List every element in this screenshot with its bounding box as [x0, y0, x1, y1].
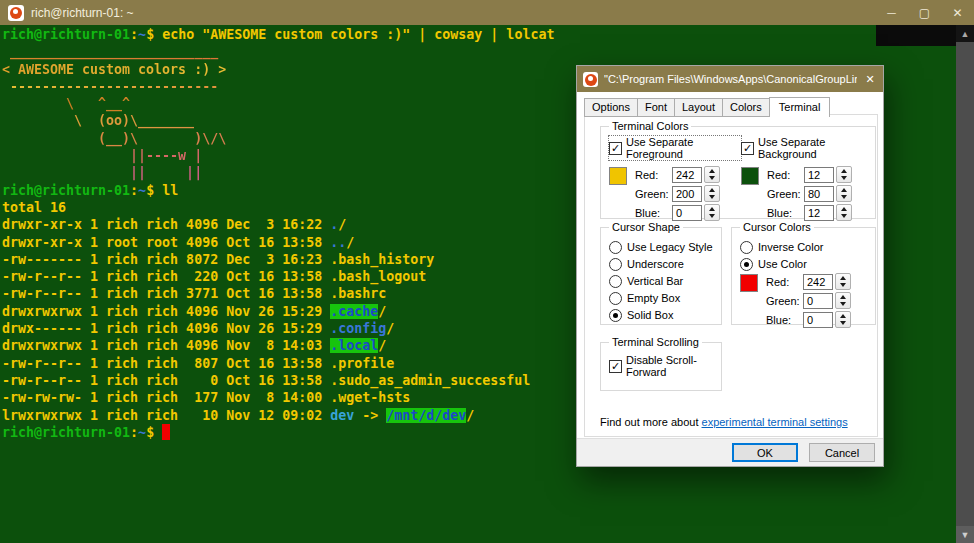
terminal-line: rich@richturn-01:~$ echo "AWESOME custom… [2, 26, 956, 43]
rgb-label: Red: [766, 276, 803, 288]
minimize-button[interactable]: ─ [875, 0, 908, 25]
blue-value-input[interactable]: 0 [672, 205, 702, 221]
tab-terminal[interactable]: Terminal [769, 97, 831, 117]
spinner-control[interactable] [835, 311, 851, 328]
spinner-control[interactable] [704, 166, 720, 183]
spin-down-icon[interactable] [840, 283, 846, 287]
terminal-tab-page: Terminal Colors ✓ Use Separate Foregroun… [584, 114, 878, 437]
terminal-text: : [130, 183, 138, 198]
note-text: Find out more about [600, 416, 702, 428]
spin-down-icon[interactable] [841, 195, 847, 199]
radio-empty-box[interactable]: Empty Box [609, 290, 717, 306]
radio-vertical-bar[interactable]: Vertical Bar [609, 273, 717, 289]
spinner-control[interactable] [836, 204, 852, 221]
green-value-input[interactable]: 200 [672, 186, 702, 202]
spin-down-icon[interactable] [709, 176, 715, 180]
dialog-tabs: OptionsFontLayoutColorsTerminal [584, 97, 829, 117]
checkbox-icon[interactable]: ✓ [609, 360, 622, 373]
radio-solid-box[interactable]: Solid Box [609, 307, 717, 323]
terminal-text: drwxrwxrwx 1 rich rich 4096 Nov 26 15:29 [2, 304, 330, 319]
spin-up-icon[interactable] [841, 188, 847, 192]
radio-label: Inverse Color [758, 241, 823, 253]
radio-button-icon[interactable] [609, 292, 622, 305]
terminal-scrollbar[interactable]: ▲ ▼ [956, 25, 974, 543]
radio-button-icon[interactable] [609, 258, 622, 271]
group-label: Terminal Scrolling [609, 336, 702, 348]
checkbox-icon[interactable]: ✓ [609, 142, 622, 155]
radio-button-icon[interactable] [609, 309, 622, 322]
radio-button-icon[interactable] [740, 258, 753, 271]
tab-font[interactable]: Font [637, 98, 675, 117]
use-separate-foreground-checkbox[interactable]: ✓ Use Separate Foreground [609, 136, 741, 160]
rgb-row-blue: Blue:12 [767, 205, 852, 220]
rgb-row-green: Green:0 [766, 293, 851, 308]
checkbox-icon[interactable]: ✓ [741, 142, 754, 155]
terminal-text: ~ [138, 27, 146, 42]
dialog-titlebar: "C:\Program Files\WindowsApps\CanonicalG… [577, 66, 883, 92]
spin-down-icon[interactable] [840, 302, 846, 306]
terminal-text: -rw-r--r-- 1 rich rich 3771 Oct 16 13:58… [2, 286, 386, 301]
cancel-button[interactable]: Cancel [809, 443, 875, 462]
radio-underscore[interactable]: Underscore [609, 256, 717, 272]
maximize-button[interactable]: ▢ [908, 0, 941, 25]
window-controls: ─ ▢ ✕ [875, 0, 974, 25]
disable-scroll-forward-checkbox[interactable]: ✓ Disable Scroll-Forward [609, 354, 717, 378]
tab-layout[interactable]: Layout [674, 98, 723, 117]
background-color-swatch [741, 167, 759, 185]
rgb-label: Blue: [767, 207, 804, 219]
spin-up-icon[interactable] [709, 169, 715, 173]
terminal-text: -rw-r--r-- 1 rich rich 220 Oct 16 13:58 … [2, 269, 426, 284]
radio-use-color[interactable]: Use Color [740, 256, 871, 272]
dialog-close-icon[interactable]: ✕ [857, 66, 883, 92]
ubuntu-app-icon [8, 5, 24, 21]
cursor-color-options: Inverse ColorUse Color [740, 239, 871, 273]
scroll-down-icon[interactable]: ▼ [956, 526, 974, 543]
terminal-text: drwxr-xr-x 1 rich rich 4096 Dec 3 16:22 [2, 217, 330, 232]
terminal-text: / [378, 304, 386, 319]
red-value-input[interactable]: 242 [803, 274, 833, 290]
spinner-control[interactable] [836, 185, 852, 202]
scroll-up-icon[interactable]: ▲ [956, 25, 974, 42]
spinner-control[interactable] [835, 273, 851, 290]
close-button[interactable]: ✕ [941, 0, 974, 25]
radio-inverse-color[interactable]: Inverse Color [740, 239, 871, 255]
experimental-settings-link[interactable]: experimental terminal settings [702, 416, 848, 428]
ok-button[interactable]: OK [732, 443, 798, 462]
spinner-control[interactable] [704, 185, 720, 202]
spinner-control[interactable] [835, 292, 851, 309]
spin-down-icon[interactable] [840, 321, 846, 325]
blue-value-input[interactable]: 0 [803, 312, 833, 328]
spin-up-icon[interactable] [841, 169, 847, 173]
tab-colors[interactable]: Colors [722, 98, 770, 117]
spinner-control[interactable] [704, 204, 720, 221]
terminal-text: rich@richturn-01 [2, 425, 130, 440]
terminal-text: ~ [138, 183, 146, 198]
spinner-control[interactable] [836, 166, 852, 183]
radio-use-legacy-style[interactable]: Use Legacy Style [609, 239, 717, 255]
spin-up-icon[interactable] [709, 188, 715, 192]
red-value-input[interactable]: 12 [804, 167, 834, 183]
spin-up-icon[interactable] [840, 276, 846, 280]
red-value-input[interactable]: 242 [672, 167, 702, 183]
tab-options[interactable]: Options [584, 98, 638, 117]
desktop: rich@richturn-01: ~ ─ ▢ ✕ rich@richturn-… [0, 0, 974, 543]
green-value-input[interactable]: 80 [804, 186, 834, 202]
spin-down-icon[interactable] [709, 214, 715, 218]
radio-label: Underscore [627, 258, 684, 270]
radio-label: Use Color [758, 258, 807, 270]
terminal-text: echo "AWESOME custom colors :)" | cowsay… [162, 27, 554, 42]
blue-value-input[interactable]: 12 [804, 205, 834, 221]
spin-up-icon[interactable] [840, 295, 846, 299]
radio-button-icon[interactable] [609, 241, 622, 254]
spin-down-icon[interactable] [841, 214, 847, 218]
radio-button-icon[interactable] [740, 241, 753, 254]
spin-down-icon[interactable] [841, 176, 847, 180]
spin-up-icon[interactable] [709, 207, 715, 211]
use-separate-background-checkbox[interactable]: ✓ Use Separate Background [741, 136, 873, 160]
spin-up-icon[interactable] [841, 207, 847, 211]
checkbox-label: Use Separate Foreground [626, 136, 741, 160]
spin-down-icon[interactable] [709, 195, 715, 199]
green-value-input[interactable]: 0 [803, 293, 833, 309]
radio-button-icon[interactable] [609, 275, 622, 288]
spin-up-icon[interactable] [840, 314, 846, 318]
